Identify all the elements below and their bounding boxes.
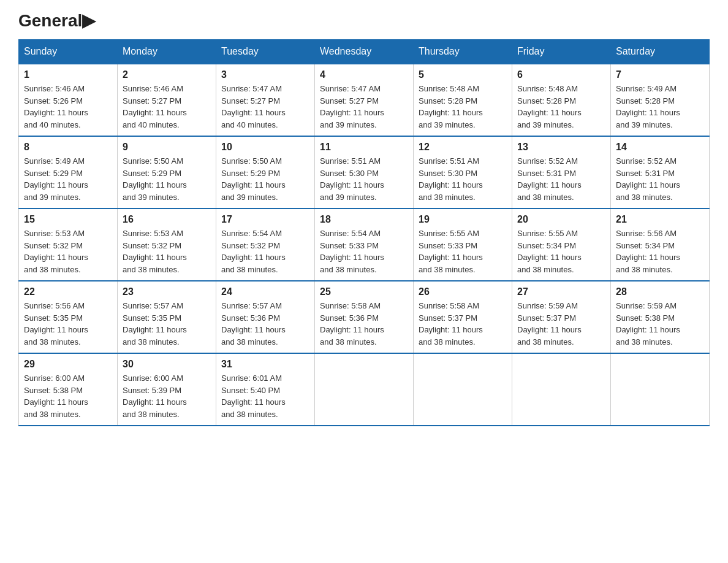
weekday-header-row: SundayMondayTuesdayWednesdayThursdayFrid… [19, 40, 710, 64]
day-info: Sunrise: 5:51 AMSunset: 5:30 PMDaylight:… [419, 155, 507, 203]
header-wednesday: Wednesday [315, 40, 414, 64]
day-number: 2 [123, 69, 211, 80]
day-number: 6 [517, 69, 605, 80]
calendar-cell: 21Sunrise: 5:56 AMSunset: 5:34 PMDayligh… [611, 209, 710, 281]
day-number: 16 [123, 214, 211, 225]
day-info: Sunrise: 6:00 AMSunset: 5:38 PMDaylight:… [24, 372, 112, 420]
calendar-cell: 16Sunrise: 5:53 AMSunset: 5:32 PMDayligh… [118, 209, 216, 281]
day-info: Sunrise: 5:49 AMSunset: 5:29 PMDaylight:… [24, 155, 112, 203]
day-number: 30 [123, 359, 211, 370]
header-tuesday: Tuesday [216, 40, 315, 64]
day-number: 26 [419, 286, 507, 297]
day-number: 12 [419, 142, 507, 153]
day-info: Sunrise: 5:59 AMSunset: 5:37 PMDaylight:… [517, 300, 605, 348]
calendar-cell [315, 353, 414, 426]
calendar-cell: 2Sunrise: 5:46 AMSunset: 5:27 PMDaylight… [118, 64, 216, 136]
day-number: 5 [419, 69, 507, 80]
day-info: Sunrise: 5:47 AMSunset: 5:27 PMDaylight:… [221, 83, 309, 131]
day-number: 11 [320, 142, 408, 153]
day-info: Sunrise: 5:49 AMSunset: 5:28 PMDaylight:… [616, 83, 704, 131]
day-info: Sunrise: 5:58 AMSunset: 5:37 PMDaylight:… [419, 300, 507, 348]
calendar-cell: 28Sunrise: 5:59 AMSunset: 5:38 PMDayligh… [611, 281, 710, 353]
day-number: 24 [221, 286, 309, 297]
calendar-cell: 26Sunrise: 5:58 AMSunset: 5:37 PMDayligh… [414, 281, 512, 353]
day-info: Sunrise: 5:46 AMSunset: 5:27 PMDaylight:… [123, 83, 211, 131]
day-number: 15 [24, 214, 112, 225]
calendar-cell: 8Sunrise: 5:49 AMSunset: 5:29 PMDaylight… [19, 136, 118, 209]
day-info: Sunrise: 5:52 AMSunset: 5:31 PMDaylight:… [517, 155, 605, 203]
calendar-cell [611, 353, 710, 426]
day-number: 1 [24, 69, 112, 80]
calendar-cell: 9Sunrise: 5:50 AMSunset: 5:29 PMDaylight… [118, 136, 216, 209]
day-info: Sunrise: 5:46 AMSunset: 5:26 PMDaylight:… [24, 83, 112, 131]
day-number: 14 [616, 142, 704, 153]
day-number: 20 [517, 214, 605, 225]
day-number: 28 [616, 286, 704, 297]
day-number: 25 [320, 286, 408, 297]
calendar-cell: 31Sunrise: 6:01 AMSunset: 5:40 PMDayligh… [216, 353, 315, 426]
week-row-1: 1Sunrise: 5:46 AMSunset: 5:26 PMDaylight… [19, 64, 710, 136]
header-saturday: Saturday [611, 40, 710, 64]
day-info: Sunrise: 5:48 AMSunset: 5:28 PMDaylight:… [419, 83, 507, 131]
calendar-cell: 4Sunrise: 5:47 AMSunset: 5:27 PMDaylight… [315, 64, 414, 136]
calendar-cell: 30Sunrise: 6:00 AMSunset: 5:39 PMDayligh… [118, 353, 216, 426]
calendar-cell: 3Sunrise: 5:47 AMSunset: 5:27 PMDaylight… [216, 64, 315, 136]
calendar-cell: 5Sunrise: 5:48 AMSunset: 5:28 PMDaylight… [414, 64, 512, 136]
day-info: Sunrise: 5:54 AMSunset: 5:33 PMDaylight:… [320, 228, 408, 275]
page-header: General▶ [18, 12, 710, 27]
calendar-cell: 29Sunrise: 6:00 AMSunset: 5:38 PMDayligh… [19, 353, 118, 426]
day-info: Sunrise: 6:00 AMSunset: 5:39 PMDaylight:… [123, 372, 211, 420]
calendar-cell: 20Sunrise: 5:55 AMSunset: 5:34 PMDayligh… [512, 209, 611, 281]
calendar-cell [512, 353, 611, 426]
day-number: 22 [24, 286, 112, 297]
calendar-cell: 18Sunrise: 5:54 AMSunset: 5:33 PMDayligh… [315, 209, 414, 281]
day-info: Sunrise: 5:52 AMSunset: 5:31 PMDaylight:… [616, 155, 704, 203]
day-number: 13 [517, 142, 605, 153]
day-info: Sunrise: 5:48 AMSunset: 5:28 PMDaylight:… [517, 83, 605, 131]
day-number: 23 [123, 286, 211, 297]
calendar-cell: 13Sunrise: 5:52 AMSunset: 5:31 PMDayligh… [512, 136, 611, 209]
day-info: Sunrise: 5:56 AMSunset: 5:34 PMDaylight:… [616, 228, 704, 275]
day-number: 27 [517, 286, 605, 297]
week-row-4: 22Sunrise: 5:56 AMSunset: 5:35 PMDayligh… [19, 281, 710, 353]
day-number: 31 [221, 359, 309, 370]
header-thursday: Thursday [414, 40, 512, 64]
calendar-table: SundayMondayTuesdayWednesdayThursdayFrid… [18, 39, 710, 426]
day-number: 7 [616, 69, 704, 80]
calendar-cell: 25Sunrise: 5:58 AMSunset: 5:36 PMDayligh… [315, 281, 414, 353]
day-number: 4 [320, 69, 408, 80]
week-row-2: 8Sunrise: 5:49 AMSunset: 5:29 PMDaylight… [19, 136, 710, 209]
calendar-cell: 11Sunrise: 5:51 AMSunset: 5:30 PMDayligh… [315, 136, 414, 209]
calendar-cell: 12Sunrise: 5:51 AMSunset: 5:30 PMDayligh… [414, 136, 512, 209]
day-number: 19 [419, 214, 507, 225]
header-friday: Friday [512, 40, 611, 64]
week-row-3: 15Sunrise: 5:53 AMSunset: 5:32 PMDayligh… [19, 209, 710, 281]
week-row-5: 29Sunrise: 6:00 AMSunset: 5:38 PMDayligh… [19, 353, 710, 426]
calendar-cell [414, 353, 512, 426]
day-info: Sunrise: 5:58 AMSunset: 5:36 PMDaylight:… [320, 300, 408, 348]
day-info: Sunrise: 5:50 AMSunset: 5:29 PMDaylight:… [221, 155, 309, 203]
day-info: Sunrise: 5:57 AMSunset: 5:35 PMDaylight:… [123, 300, 211, 348]
logo-top: General▶ [18, 12, 96, 29]
day-info: Sunrise: 5:47 AMSunset: 5:27 PMDaylight:… [320, 83, 408, 131]
calendar-cell: 7Sunrise: 5:49 AMSunset: 5:28 PMDaylight… [611, 64, 710, 136]
day-number: 9 [123, 142, 211, 153]
day-number: 21 [616, 214, 704, 225]
day-info: Sunrise: 5:54 AMSunset: 5:32 PMDaylight:… [221, 228, 309, 275]
calendar-cell: 22Sunrise: 5:56 AMSunset: 5:35 PMDayligh… [19, 281, 118, 353]
day-info: Sunrise: 5:55 AMSunset: 5:34 PMDaylight:… [517, 228, 605, 275]
calendar-cell: 1Sunrise: 5:46 AMSunset: 5:26 PMDaylight… [19, 64, 118, 136]
day-number: 29 [24, 359, 112, 370]
calendar-cell: 24Sunrise: 5:57 AMSunset: 5:36 PMDayligh… [216, 281, 315, 353]
calendar-cell: 10Sunrise: 5:50 AMSunset: 5:29 PMDayligh… [216, 136, 315, 209]
calendar-cell: 17Sunrise: 5:54 AMSunset: 5:32 PMDayligh… [216, 209, 315, 281]
day-number: 8 [24, 142, 112, 153]
day-number: 17 [221, 214, 309, 225]
calendar-cell: 6Sunrise: 5:48 AMSunset: 5:28 PMDaylight… [512, 64, 611, 136]
day-number: 10 [221, 142, 309, 153]
day-info: Sunrise: 5:55 AMSunset: 5:33 PMDaylight:… [419, 228, 507, 275]
header-monday: Monday [118, 40, 216, 64]
day-number: 3 [221, 69, 309, 80]
day-info: Sunrise: 5:56 AMSunset: 5:35 PMDaylight:… [24, 300, 112, 348]
day-info: Sunrise: 5:51 AMSunset: 5:30 PMDaylight:… [320, 155, 408, 203]
